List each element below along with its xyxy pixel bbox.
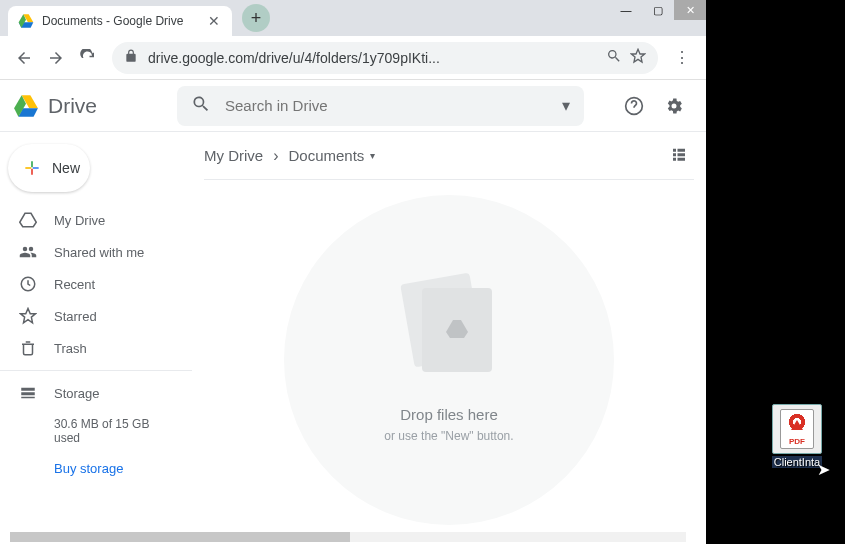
reload-button[interactable] [72,42,104,74]
sidebar-divider [0,370,192,371]
breadcrumb-current[interactable]: Documents [289,147,365,164]
settings-button[interactable] [654,86,694,126]
dropzone[interactable]: Drop files here or use the "New" button. [204,180,694,540]
window-controls: — ▢ ✕ [610,0,706,20]
sidebar-item-storage[interactable]: Storage [0,377,192,409]
pdf-badge: PDF [783,437,811,446]
browser-menu-button[interactable]: ⋮ [666,42,698,74]
url-box[interactable]: drive.google.com/drive/u/4/folders/1y709… [112,42,658,74]
zoom-icon[interactable] [606,48,622,68]
new-button-label: New [52,160,80,176]
shared-icon [18,243,38,261]
storage-icon [18,384,38,402]
sidebar-item-label: Shared with me [54,245,144,260]
drive-logo-text: Drive [48,94,97,118]
browser-window: Documents - Google Drive ✕ + — ▢ ✕ drive… [0,0,706,544]
lock-icon [124,49,138,67]
horizontal-scrollbar[interactable] [10,532,686,542]
trash-icon [18,339,38,357]
drop-circle: Drop files here or use the "New" button. [284,195,614,525]
browser-titlebar: Documents - Google Drive ✕ + — ▢ ✕ [0,0,706,36]
file-drop-icon [404,278,494,378]
sidebar-item-starred[interactable]: Starred [0,300,192,332]
drive-logo[interactable]: Drive [12,93,97,119]
tab-close-icon[interactable]: ✕ [206,13,222,29]
drop-title: Drop files here [400,406,498,423]
sidebar-item-label: Starred [54,309,97,324]
sidebar-item-trash[interactable]: Trash [0,332,192,364]
minimize-button[interactable]: — [610,0,642,20]
chevron-right-icon: › [273,147,278,165]
buy-storage-link[interactable]: Buy storage [0,453,192,484]
sidebar-item-mydrive[interactable]: My Drive [0,204,192,236]
desktop-file-name: ClientInta [772,456,822,468]
new-tab-button[interactable]: + [242,4,270,32]
scrollbar-thumb[interactable] [10,532,350,542]
help-button[interactable] [614,86,654,126]
plus-icon [22,158,42,178]
drop-subtitle: or use the "New" button. [384,429,513,443]
sidebar-item-label: Storage [54,386,100,401]
browser-tab[interactable]: Documents - Google Drive ✕ [8,6,232,36]
drive-favicon-icon [18,13,34,29]
star-icon[interactable] [630,48,646,68]
search-icon [191,94,211,118]
list-view-button[interactable] [664,139,694,173]
sidebar: New My Drive Shared with me Recent Starr… [0,132,192,544]
search-input[interactable] [225,97,562,114]
back-button[interactable] [8,42,40,74]
breadcrumb: My Drive › Documents ▾ [204,132,694,180]
breadcrumb-dropdown-icon[interactable]: ▾ [370,150,375,161]
sidebar-item-label: My Drive [54,213,105,228]
url-text: drive.google.com/drive/u/4/folders/1y709… [148,50,598,66]
forward-button[interactable] [40,42,72,74]
drive-header: Drive ▾ [0,80,706,132]
drive-icon [18,211,38,229]
window-close-button[interactable]: ✕ [674,0,706,20]
storage-used-text: 30.6 MB of 15 GB used [0,409,192,453]
cursor-icon: ➤ [817,460,830,479]
tab-title: Documents - Google Drive [42,14,206,28]
content-area: My Drive › Documents ▾ Drop files here o… [192,132,706,544]
breadcrumb-root[interactable]: My Drive [204,147,263,164]
desktop-pdf-file[interactable]: PDF ClientInta [762,404,832,468]
maximize-button[interactable]: ▢ [642,0,674,20]
search-box[interactable]: ▾ [177,86,584,126]
drive-logo-icon [12,93,40,119]
search-options-icon[interactable]: ▾ [562,96,570,115]
sidebar-item-label: Recent [54,277,95,292]
sidebar-item-shared[interactable]: Shared with me [0,236,192,268]
pdf-icon: PDF [772,404,822,454]
sidebar-item-recent[interactable]: Recent [0,268,192,300]
main-area: New My Drive Shared with me Recent Starr… [0,132,706,544]
address-bar: drive.google.com/drive/u/4/folders/1y709… [0,36,706,80]
starred-icon [18,307,38,325]
sidebar-item-label: Trash [54,341,87,356]
recent-icon [18,275,38,293]
new-button[interactable]: New [8,144,90,192]
